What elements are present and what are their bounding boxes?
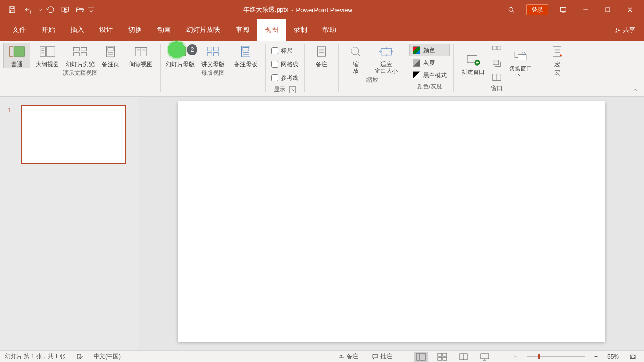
status-bar: 幻灯片 第 1 张，共 1 张 中文(中国) 备注 批注 − + 55% (0, 350, 644, 362)
zoom-slider[interactable] (527, 356, 585, 357)
zoom-in-button[interactable]: + (592, 351, 600, 362)
notes-master-button[interactable]: 备注母版 (230, 43, 261, 68)
fit-slide-button[interactable] (627, 351, 639, 362)
move-split-button[interactable] (490, 71, 503, 83)
view-slideshow-button[interactable] (478, 352, 491, 362)
svg-rect-25 (214, 53, 219, 56)
tab-design[interactable]: 设计 (92, 19, 121, 41)
slide-counter[interactable]: 幻灯片 第 1 张，共 1 张 (5, 352, 66, 361)
save-button[interactable] (5, 0, 19, 19)
slide-sorter-button[interactable]: 幻灯片浏览 (65, 43, 96, 68)
share-button[interactable]: 共享 (610, 19, 639, 41)
tab-help[interactable]: 帮助 (315, 19, 344, 41)
outline-view-button[interactable]: 大纲视图 (32, 43, 63, 68)
svg-point-7 (616, 28, 617, 30)
arrange-all-button[interactable] (490, 44, 503, 56)
title-right-controls: 登录 (500, 0, 644, 19)
undo-dropdown[interactable] (37, 0, 43, 19)
color-mode-button[interactable]: 颜色 (410, 44, 449, 56)
macros-button[interactable]: 宏 (544, 43, 570, 68)
svg-rect-44 (438, 353, 442, 356)
svg-rect-47 (443, 357, 447, 360)
group-label-window: 窗口 (491, 83, 503, 95)
slideshow-from-start-button[interactable] (58, 0, 72, 19)
color-swatch-icon (413, 46, 420, 54)
undo-button[interactable] (19, 0, 37, 19)
qat-customize-dropdown[interactable] (87, 0, 96, 19)
group-show: 标尺 网格线 参考线 显示 ↘ (266, 41, 304, 96)
search-button[interactable] (500, 0, 522, 19)
group-window: 新建窗口 切换窗口 窗口 (454, 41, 540, 96)
reading-view-button[interactable]: 阅读视图 (126, 43, 156, 68)
tab-insert[interactable]: 插入 (63, 19, 92, 41)
tab-home[interactable]: 开始 (34, 19, 63, 41)
svg-rect-15 (73, 53, 79, 56)
svg-rect-12 (46, 47, 55, 56)
tab-view[interactable]: 视图 (257, 19, 286, 41)
handout-master-button[interactable]: 讲义母版 (197, 43, 228, 68)
svg-rect-18 (108, 48, 113, 51)
view-reading-button[interactable] (457, 352, 470, 362)
view-sorter-button[interactable] (435, 352, 449, 362)
collapse-ribbon-button[interactable] (631, 86, 640, 93)
zoom-out-button[interactable]: − (512, 351, 519, 362)
slide-master-button[interactable]: 幻灯片母版 (165, 43, 196, 68)
svg-rect-20 (174, 48, 186, 56)
gridlines-checkbox[interactable]: 网格线 (269, 58, 300, 70)
blackwhite-mode-button[interactable]: 黑白模式 (410, 70, 449, 81)
minimize-button[interactable] (574, 0, 597, 19)
slide-editor-area[interactable] (139, 97, 644, 350)
notes-button[interactable]: 备注 (308, 43, 335, 68)
svg-rect-34 (497, 46, 501, 50)
svg-rect-28 (318, 47, 326, 56)
spellcheck-button[interactable] (73, 351, 86, 362)
slide-thumbnail-1[interactable]: 1 (21, 105, 126, 164)
login-button[interactable]: 登录 (522, 0, 552, 19)
svg-point-8 (618, 29, 620, 31)
switch-windows-button[interactable]: 切换窗口 (505, 48, 536, 79)
svg-point-4 (509, 7, 513, 11)
tab-slideshow[interactable]: 幻灯片放映 (179, 19, 228, 41)
notes-page-button[interactable]: 备注页 (98, 43, 124, 68)
tab-transitions[interactable]: 切换 (121, 19, 150, 41)
group-label-show: 显示 ↘ (274, 84, 296, 96)
svg-rect-13 (73, 48, 79, 51)
svg-rect-10 (14, 47, 24, 56)
guides-checkbox[interactable]: 参考线 (269, 71, 300, 84)
tab-animations[interactable]: 动画 (150, 19, 179, 41)
tab-file[interactable]: 文件 (5, 19, 34, 41)
close-button[interactable] (619, 0, 641, 19)
tab-record[interactable]: 录制 (286, 19, 315, 41)
window-title: 年终大乐透.pptx - PowerPoint Preview (96, 5, 500, 14)
slide-thumbnail-pane[interactable]: 1 (0, 97, 139, 350)
new-window-button[interactable]: 新建窗口 (458, 51, 489, 75)
redo-button[interactable] (43, 0, 58, 19)
fit-to-window-button[interactable]: 适应 窗口大小 (371, 43, 402, 74)
zoom-percentage[interactable]: 55% (607, 353, 619, 360)
language-indicator[interactable]: 中文(中国) (94, 352, 121, 361)
notes-toggle[interactable]: 备注 (335, 351, 361, 362)
ruler-checkbox[interactable]: 标尺 (269, 44, 300, 57)
zoom-button[interactable]: 缩 放 (343, 43, 369, 74)
maximize-button[interactable] (597, 0, 619, 19)
view-normal-button[interactable] (414, 352, 428, 362)
open-button[interactable] (72, 0, 87, 19)
svg-rect-30 (381, 48, 391, 55)
svg-rect-2 (10, 10, 14, 13)
cascade-button[interactable] (490, 58, 503, 70)
grayscale-mode-button[interactable]: 灰度 (410, 57, 449, 69)
svg-rect-39 (518, 55, 526, 60)
group-notes: 备注 (305, 41, 338, 96)
normal-view-button[interactable]: 普通 (4, 43, 30, 68)
comments-toggle[interactable]: 批注 (369, 351, 395, 362)
svg-rect-27 (243, 48, 249, 51)
group-label-master-views: 母版视图 (201, 68, 224, 79)
svg-rect-9 (10, 47, 13, 56)
ribbon-display-options-button[interactable] (552, 0, 574, 19)
show-dialog-launcher[interactable]: ↘ (289, 86, 296, 93)
slide-canvas[interactable] (178, 101, 605, 342)
svg-rect-23 (214, 47, 219, 51)
tab-review[interactable]: 审阅 (228, 19, 257, 41)
svg-rect-42 (417, 353, 419, 360)
svg-rect-22 (207, 47, 212, 51)
